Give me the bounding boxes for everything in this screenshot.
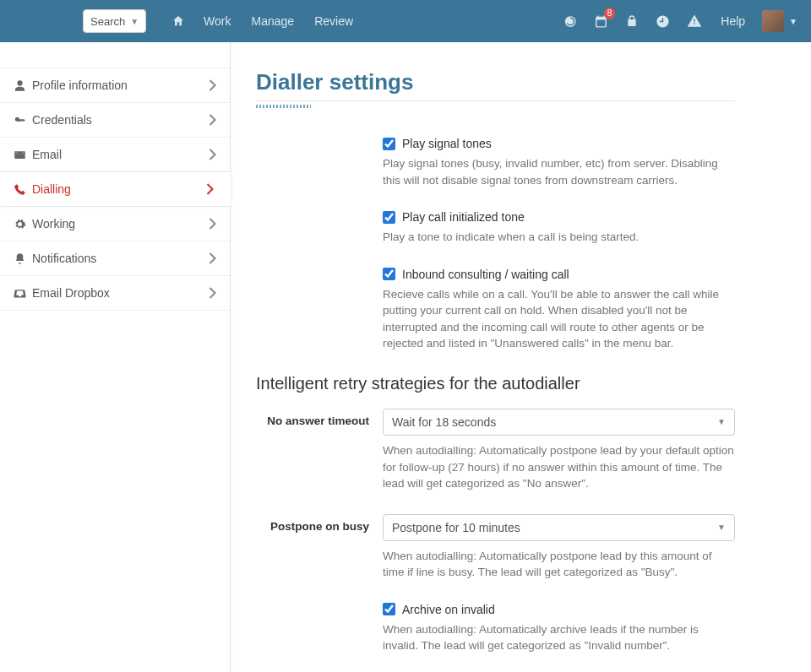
nav-review[interactable]: Review bbox=[304, 14, 363, 28]
inbound-consulting-help: Recieve calls while on a call. You'll be… bbox=[383, 286, 735, 352]
avatar[interactable] bbox=[762, 10, 784, 32]
person-icon bbox=[14, 79, 32, 92]
no-answer-select[interactable]: Wait for 18 seconds ▼ bbox=[383, 409, 735, 436]
sidebar-item-working[interactable]: Working bbox=[0, 206, 230, 241]
history-icon[interactable] bbox=[554, 14, 585, 29]
play-signal-tones-checkbox[interactable] bbox=[383, 138, 395, 150]
clock-icon[interactable] bbox=[647, 14, 678, 29]
page-title: Dialler settings bbox=[256, 69, 735, 95]
calendar-badge: 8 bbox=[604, 8, 616, 19]
no-answer-label: No answer timeout bbox=[256, 409, 383, 492]
envelope-icon bbox=[14, 149, 32, 161]
sidebar-item-credentials[interactable]: Credentials bbox=[0, 103, 230, 138]
inbound-consulting-label: Inbound consulting / waiting call bbox=[402, 268, 569, 281]
play-call-init-checkbox[interactable] bbox=[383, 211, 395, 224]
bell-icon bbox=[14, 252, 32, 265]
play-call-init-help: Play a tone to indicate when a call is b… bbox=[383, 229, 735, 246]
phone-icon bbox=[14, 183, 32, 196]
no-answer-help: When autodialling: Automatically postpon… bbox=[383, 442, 735, 492]
sidebar-item-label: Profile information bbox=[32, 79, 209, 92]
lock-icon[interactable] bbox=[617, 14, 647, 28]
play-call-init-label: Play call initialized tone bbox=[402, 210, 525, 224]
caret-down-icon: ▼ bbox=[130, 17, 139, 26]
nav-manage[interactable]: Manage bbox=[242, 14, 305, 28]
play-signal-tones-label: Play signal tones bbox=[402, 137, 492, 150]
sidebar: Profile information Credentials Email Di… bbox=[0, 42, 231, 672]
chevron-right-icon bbox=[209, 218, 216, 230]
play-signal-tones-help: Play signal tones (busy, invalid number,… bbox=[383, 155, 735, 188]
inbound-consulting-checkbox[interactable] bbox=[383, 268, 395, 280]
sidebar-item-notifications[interactable]: Notifications bbox=[0, 241, 230, 276]
sidebar-item-profile[interactable]: Profile information bbox=[0, 68, 230, 103]
chevron-right-icon bbox=[209, 149, 216, 160]
key-icon bbox=[14, 114, 32, 127]
nav-work[interactable]: Work bbox=[193, 14, 241, 28]
postpone-value: Postpone for 10 minutes bbox=[392, 521, 520, 534]
sidebar-item-label: Credentials bbox=[32, 113, 209, 127]
sidebar-item-email-dropbox[interactable]: Email Dropbox bbox=[0, 276, 230, 311]
no-answer-value: Wait for 18 seconds bbox=[392, 415, 496, 429]
chevron-right-icon bbox=[209, 287, 216, 299]
archive-invalid-checkbox[interactable] bbox=[383, 603, 395, 615]
caret-down-icon: ▼ bbox=[717, 417, 726, 426]
sidebar-item-label: Email bbox=[32, 148, 209, 161]
avatar-caret-icon[interactable]: ▼ bbox=[789, 17, 797, 26]
postpone-select[interactable]: Postpone for 10 minutes ▼ bbox=[383, 514, 735, 541]
postpone-help: When autodialling: Automatically postpon… bbox=[383, 548, 735, 581]
sidebar-item-label: Dialling bbox=[32, 182, 206, 196]
sidebar-item-dialling[interactable]: Dialling bbox=[0, 172, 230, 206]
sidebar-item-label: Email Dropbox bbox=[32, 286, 209, 300]
postpone-label: Postpone on busy bbox=[256, 514, 383, 581]
section-retry-heading: Intelligent retry strategies for the aut… bbox=[256, 374, 735, 393]
inbox-icon bbox=[14, 287, 32, 300]
sidebar-item-email[interactable]: Email bbox=[0, 138, 230, 172]
sidebar-item-label: Working bbox=[32, 217, 209, 230]
gears-icon bbox=[14, 218, 32, 230]
topbar: Search ▼ Work Manage Review 8 Help ▼ bbox=[0, 0, 811, 42]
chevron-right-icon bbox=[209, 114, 216, 126]
search-label: Search bbox=[90, 15, 125, 28]
archive-invalid-label: Archive on invalid bbox=[402, 603, 495, 616]
chevron-right-icon bbox=[209, 79, 216, 91]
nav-help[interactable]: Help bbox=[710, 14, 755, 28]
home-icon[interactable] bbox=[163, 14, 193, 28]
chevron-right-icon bbox=[206, 183, 214, 195]
warning-icon[interactable] bbox=[678, 14, 710, 29]
chevron-right-icon bbox=[209, 252, 216, 264]
sidebar-item-label: Notifications bbox=[32, 252, 209, 265]
calendar-icon[interactable]: 8 bbox=[585, 14, 617, 29]
caret-down-icon: ▼ bbox=[717, 523, 726, 532]
search-dropdown[interactable]: Search ▼ bbox=[83, 9, 146, 33]
archive-invalid-help: When autodialling: Automatically archive… bbox=[383, 621, 735, 654]
main-content: Dialler settings Play signal tones Play … bbox=[231, 42, 811, 672]
